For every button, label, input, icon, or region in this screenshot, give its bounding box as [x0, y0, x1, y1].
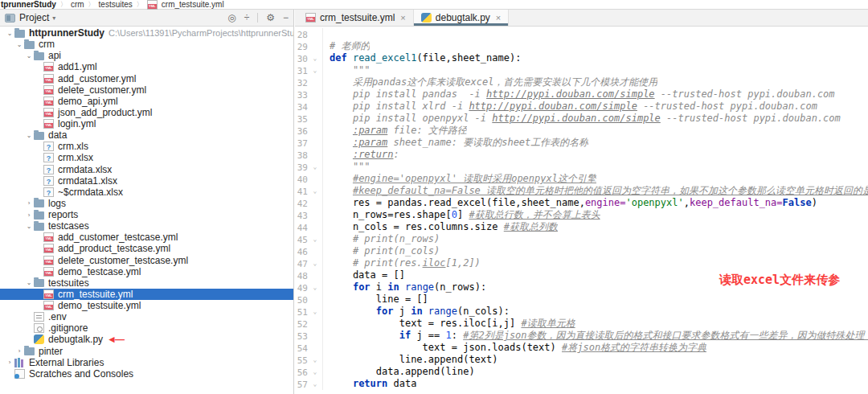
breadcrumb-item[interactable]: testsuites [99, 0, 133, 9]
tree-row[interactable]: crmdata1.xlsx [0, 175, 293, 187]
settings-icon[interactable]: ⚙ [266, 12, 275, 23]
code-line: 40 #engine='openpyxl' 读取时采用openpyxl这个引擎 [295, 173, 868, 185]
hide-icon[interactable]: − [283, 12, 289, 23]
tree-row[interactable]: demo_api.yml [0, 96, 293, 107]
locate-icon[interactable]: ◎ [227, 12, 235, 23]
tree-item-label: api [48, 50, 61, 61]
tree-row[interactable]: ›reports [0, 209, 293, 220]
tree-item-label: Scratches and Consoles [29, 368, 133, 380]
tree-row[interactable]: add1.yml [0, 61, 293, 72]
line-number: 48 [295, 269, 308, 281]
excel-file-icon [43, 142, 54, 151]
tree-item-label: crmdata.xlsx [58, 164, 112, 175]
code-line: 32 采用pandas这个库来读取excel，首先需要安装以下几个模块才能使用 [295, 76, 868, 88]
fold-gutter [308, 209, 323, 221]
excel-file-icon [43, 165, 54, 174]
line-number: 34 [295, 101, 308, 113]
tree-row[interactable]: ⌄data [0, 129, 293, 141]
chevron-down-icon[interactable]: ⌄ [24, 132, 34, 139]
tree-row[interactable]: json_add_product.yml [0, 107, 293, 118]
code-area[interactable]: 2829# 老师的30⌄def read_excel1(file,sheet_n… [295, 27, 868, 390]
fold-gutter [308, 101, 323, 113]
fold-gutter [308, 269, 323, 281]
tree-item-label: json_add_product.yml [58, 107, 152, 118]
toolbar-divider [257, 13, 258, 23]
tree-row[interactable]: crm.xlsx [0, 152, 293, 163]
close-icon[interactable]: × [496, 13, 501, 23]
project-panel: Project ▾ ◎÷⚙− ⌄httprunnerStudyC:\Users\… [0, 10, 294, 394]
yml-file-icon [43, 96, 54, 106]
chevron-down-icon[interactable]: ⌄ [24, 52, 34, 60]
tree-item-label: .env [48, 311, 67, 322]
tree-item-label: testcases [48, 220, 89, 232]
editor-tab[interactable]: crm_testsuite.yml× [298, 10, 414, 26]
folder-icon [34, 52, 44, 60]
code-line: 51⌄ for j in range(n_cols): [295, 306, 868, 318]
tree-row[interactable]: demo_testsuite.yml [0, 300, 293, 311]
chevron-down-icon[interactable]: ⌄ [24, 279, 34, 286]
code-line: 44 n_cols = res.columns.size #获取总列数 [295, 221, 868, 233]
tree-item-label: .gitignore [48, 322, 88, 334]
editor[interactable]: crm_testsuite.yml×debugtalk.py× 2829# 老师… [295, 10, 868, 394]
folder-icon [34, 279, 44, 287]
tree-row[interactable]: ⌄api [0, 50, 293, 61]
chevron-right-icon[interactable]: › [14, 347, 24, 355]
tree-row[interactable]: debugtalk.py◄— [0, 334, 293, 345]
chevron-down-icon[interactable]: ⌄ [24, 223, 34, 230]
breadcrumb-item[interactable]: crm_testsuite.yml [162, 0, 224, 9]
fold-marker-icon: ⌄ [308, 161, 323, 173]
project-tree: ⌄httprunnerStudyC:\Users\11391\PycharmPr… [0, 27, 293, 380]
tree-row[interactable]: add_customer.yml [0, 73, 293, 84]
folder-icon [34, 211, 44, 220]
line-number: 45 [295, 233, 308, 245]
chevron-down-icon[interactable]: ⌄ [5, 30, 14, 37]
tree-row[interactable]: crmdata.xlsx [0, 164, 293, 175]
tree-row[interactable]: ›External Libraries [0, 357, 293, 368]
chevron-right-icon[interactable]: › [24, 199, 34, 207]
collapse-all-icon[interactable]: ÷ [244, 12, 250, 23]
python-file-icon [421, 13, 432, 23]
tree-row[interactable]: add_product_testcase.yml [0, 243, 293, 254]
code-text: """ [323, 64, 371, 76]
breadcrumb-item[interactable]: tprunnerStudy [1, 0, 56, 9]
code-line: 33 pip install pandas -i http://pypi.dou… [295, 88, 868, 101]
chevron-down-icon[interactable]: ⌄ [14, 41, 24, 48]
python-file-icon [34, 334, 44, 344]
tree-row[interactable]: ⌄httprunnerStudyC:\Users\11391\PycharmPr… [0, 27, 293, 39]
code-line: 50 line = [] [295, 293, 868, 306]
tree-row[interactable]: ⌄crm [0, 39, 293, 50]
tree-row[interactable]: add_customer_testcase.yml [0, 232, 293, 243]
tree-row[interactable]: crm_testsuite.yml [0, 289, 293, 300]
tree-row[interactable]: ⌄testcases [0, 220, 293, 232]
tree-item-label: logs [48, 198, 66, 209]
tree-row[interactable]: ⌄testsuites [0, 277, 293, 289]
tree-row[interactable]: delete_customer.yml [0, 84, 293, 96]
tree-item-label: crm.xlsx [58, 152, 93, 163]
chevron-down-icon[interactable]: ▾ [52, 14, 55, 22]
tree-row[interactable]: delete_customer_testcase.yml [0, 255, 293, 266]
yml-file-icon [43, 108, 54, 117]
tree-row[interactable]: demo_testcase.yml [0, 266, 293, 277]
yml-file-icon [43, 289, 54, 299]
code-text: data = [] [323, 269, 405, 281]
tree-row[interactable]: ~$crmdata.xlsx [0, 187, 293, 198]
code-line: 28 [295, 28, 868, 40]
tree-row[interactable]: Scratches and Consoles [0, 368, 293, 380]
code-line: 56⌄ data.append(line) [295, 366, 868, 378]
close-icon[interactable]: × [400, 13, 405, 23]
tree-row[interactable]: ›logs [0, 198, 293, 209]
tree-row[interactable]: .gitignore [0, 322, 293, 334]
chevron-right-icon[interactable]: › [24, 211, 34, 219]
project-panel-title[interactable]: Project [19, 12, 49, 23]
tree-row[interactable]: ›pinter [0, 346, 293, 357]
chevron-right-icon[interactable]: › [5, 359, 14, 366]
tree-row[interactable]: .env [0, 311, 293, 322]
breadcrumb-item[interactable]: crm [71, 0, 84, 9]
code-line: 57⌄ return data [295, 378, 868, 390]
tree-row[interactable]: crm.xls [0, 141, 293, 152]
tree-item-label: External Libraries [29, 357, 104, 368]
fold-gutter [308, 318, 323, 330]
editor-tab[interactable]: debugtalk.py× [414, 10, 510, 26]
code-text: # 老师的 [323, 40, 370, 52]
tree-row[interactable]: login.yml [0, 118, 293, 129]
